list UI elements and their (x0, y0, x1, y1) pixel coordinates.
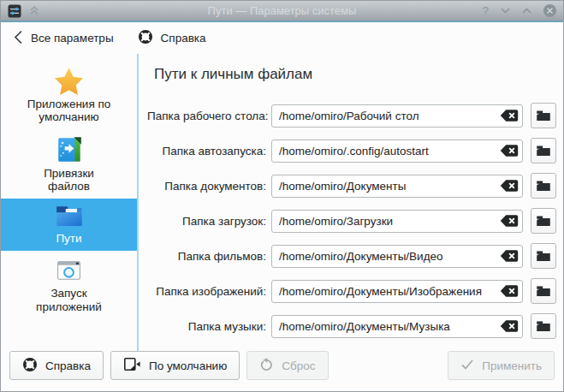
defaults-button[interactable]: По умолчанию (110, 351, 240, 380)
paths-form: Папка рабочего стола: Папка автозапуска:… (147, 103, 556, 339)
clear-input-icon[interactable] (500, 285, 519, 298)
sidebar-item-label: Привязки файлов (24, 167, 115, 193)
field-label-downloads: Папка загрузок: (147, 215, 266, 228)
window-help-button[interactable]: ? (483, 4, 489, 17)
browse-folder-button[interactable] (531, 313, 556, 339)
path-field-autostart (271, 140, 523, 163)
footer-buttonbar: Справка По умолчанию Сброс Применить (1, 351, 563, 391)
reset-button-label: Сброс (282, 359, 315, 372)
toolbar: Все параметры Справка (1, 22, 563, 54)
file-association-icon (55, 135, 84, 164)
field-label-pictures: Папка изображений: (147, 285, 266, 298)
path-field-documents (271, 175, 523, 198)
field-label-desktop: Папка рабочего стола: (147, 110, 266, 122)
sidebar-item-paths[interactable]: Пути (1, 199, 137, 251)
sidebar-item-file-associations[interactable]: Привязки файлов (1, 130, 137, 199)
chevron-left-icon (14, 30, 23, 47)
toolbar-help-button[interactable]: Справка (138, 29, 206, 47)
reset-button[interactable]: Сброс (246, 351, 328, 380)
field-label-movies: Папка фильмов: (147, 250, 266, 263)
path-field-downloads (271, 210, 523, 233)
close-icon[interactable] (543, 4, 556, 17)
content-panel: Пути к личным файлам Папка рабочего стол… (139, 54, 563, 351)
sidebar-item-label: Приложения по умолчанию (24, 98, 115, 124)
browse-folder-button[interactable] (531, 243, 556, 269)
maximize-icon[interactable] (522, 8, 531, 14)
sidebar-item-application-launch[interactable]: Запуск приложений (1, 251, 137, 319)
titlebar[interactable]: Пути — Параметры системы ? (1, 1, 563, 21)
apply-button[interactable]: Применить (448, 351, 555, 380)
settings-window: Пути — Параметры системы ? Все параметры (0, 0, 564, 392)
star-icon (54, 67, 84, 95)
path-field-music (271, 315, 523, 338)
path-input-desktop[interactable] (271, 104, 523, 128)
sidebar-item-default-applications[interactable]: Приложения по умолчанию (1, 62, 137, 130)
field-label-documents: Папка документов: (147, 180, 266, 193)
minimize-icon[interactable] (501, 8, 510, 14)
browse-folder-button[interactable] (531, 103, 556, 128)
path-input-documents[interactable] (271, 175, 523, 198)
help-buoy-icon (22, 357, 38, 375)
clear-input-icon[interactable] (500, 145, 519, 157)
help-button[interactable]: Справка (9, 351, 104, 380)
browse-folder-button[interactable] (531, 278, 556, 304)
apply-button-label: Применить (482, 359, 542, 372)
browse-folder-button[interactable] (531, 173, 556, 199)
field-label-music: Папка музыки: (147, 320, 266, 333)
folder-icon (54, 204, 85, 229)
clear-input-icon[interactable] (500, 180, 519, 193)
page-title: Пути к личным файлам (154, 66, 556, 83)
path-input-music[interactable] (271, 315, 523, 338)
path-input-pictures[interactable] (271, 280, 523, 303)
path-field-movies (271, 245, 523, 268)
sidebar-item-label: Запуск приложений (24, 287, 115, 313)
undo-icon (259, 357, 274, 374)
document-revert-icon (123, 357, 141, 374)
browse-folder-button[interactable] (531, 138, 556, 163)
field-label-autostart: Папка автозапуска: (147, 145, 266, 157)
main-area: Приложения по умолчанию Привязки файлов … (1, 54, 563, 351)
app-menu-icon[interactable] (8, 4, 21, 18)
help-buoy-icon (138, 29, 153, 47)
browse-folder-button[interactable] (531, 208, 556, 234)
app-window-icon (54, 256, 84, 284)
toolbar-help-label: Справка (161, 32, 206, 45)
sidebar: Приложения по умолчанию Привязки файлов … (1, 54, 139, 351)
sidebar-item-label: Пути (56, 232, 81, 245)
check-icon (460, 359, 474, 373)
clear-input-icon[interactable] (500, 110, 519, 122)
back-all-settings-label: Все параметры (31, 32, 114, 45)
window-title: Пути — Параметры системы (1, 4, 563, 17)
path-input-downloads[interactable] (271, 210, 523, 233)
clear-input-icon[interactable] (500, 215, 519, 228)
path-field-pictures (271, 280, 523, 303)
path-field-desktop (271, 104, 523, 128)
shade-icon[interactable] (29, 6, 39, 15)
help-button-label: Справка (45, 359, 91, 372)
path-input-movies[interactable] (271, 245, 523, 268)
clear-input-icon[interactable] (500, 320, 519, 333)
defaults-button-label: По умолчанию (149, 359, 227, 372)
path-input-autostart[interactable] (271, 140, 523, 163)
back-all-settings-button[interactable]: Все параметры (14, 30, 114, 47)
clear-input-icon[interactable] (500, 250, 519, 263)
